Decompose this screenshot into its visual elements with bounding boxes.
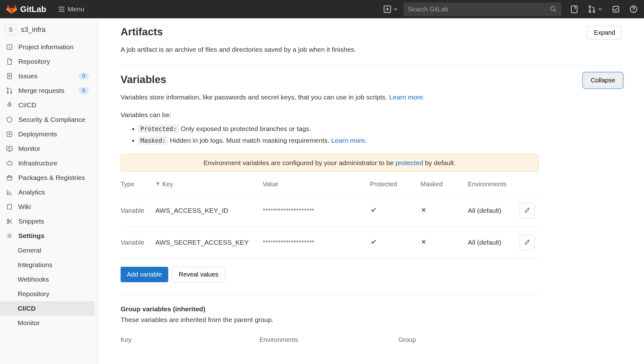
variables-collapse-button[interactable]: Collapse bbox=[584, 74, 622, 87]
protected-chip: Protected: bbox=[138, 125, 179, 133]
col-key[interactable]: Key bbox=[155, 174, 263, 195]
group-col-group[interactable]: Group bbox=[398, 336, 539, 343]
sidebar-item-label: Deployments bbox=[18, 130, 89, 138]
merge-requests-menu[interactable] bbox=[588, 5, 602, 13]
masked-chip: Masked: bbox=[138, 136, 168, 145]
col-key-label: Key bbox=[162, 181, 173, 188]
check-icon bbox=[370, 207, 377, 215]
col-protected[interactable]: Protected bbox=[370, 174, 420, 195]
sidebar: S s3_infra Project information Repositor… bbox=[0, 18, 98, 364]
sidebar-badge: 0 bbox=[79, 87, 89, 94]
edit-variable-button[interactable] bbox=[520, 235, 535, 250]
group-variables-description: These variables are inherited from the p… bbox=[121, 316, 539, 324]
check-icon bbox=[370, 239, 377, 247]
brand-text: GitLab bbox=[20, 4, 46, 14]
sidebar-item-label: Wiki bbox=[18, 203, 89, 211]
sub-item-integrations[interactable]: Integrations bbox=[0, 258, 95, 272]
project-header[interactable]: S s3_infra bbox=[0, 18, 95, 40]
merge-request-side-icon bbox=[6, 87, 13, 94]
sidebar-item-project-information[interactable]: Project information bbox=[0, 40, 95, 54]
sidebar-item-cicd[interactable]: CI/CD bbox=[0, 98, 95, 112]
menu-label: Menu bbox=[68, 5, 84, 13]
sidebar-item-repository[interactable]: Repository bbox=[0, 54, 95, 69]
sub-item-repository[interactable]: Repository bbox=[0, 287, 95, 301]
search-input[interactable] bbox=[403, 3, 561, 16]
settings-submenu: General Integrations Webhooks Repository… bbox=[0, 243, 95, 330]
todos-icon[interactable] bbox=[612, 5, 620, 13]
masked-learn-more-link[interactable]: Learn more. bbox=[331, 137, 367, 144]
svg-point-11 bbox=[7, 92, 8, 93]
x-icon bbox=[420, 207, 427, 214]
sort-asc-icon bbox=[155, 182, 160, 187]
svg-point-5 bbox=[593, 11, 595, 13]
svg-point-12 bbox=[10, 92, 12, 93]
topbar: GitLab Menu bbox=[0, 0, 644, 18]
svg-point-1 bbox=[551, 6, 555, 10]
chevron-down-icon bbox=[598, 7, 602, 11]
book-icon bbox=[6, 203, 13, 211]
sidebar-item-label: Infrastructure bbox=[18, 159, 89, 167]
col-value[interactable]: Value bbox=[263, 174, 370, 195]
svg-rect-2 bbox=[571, 6, 577, 13]
main-content: Artifacts Expand A job artifact is an ar… bbox=[98, 18, 644, 364]
svg-point-13 bbox=[9, 104, 10, 105]
col-environments[interactable]: Environments bbox=[468, 174, 520, 195]
sidebar-item-monitor[interactable]: Monitor bbox=[0, 141, 95, 156]
variables-learn-more-link[interactable]: Learn more. bbox=[389, 93, 425, 101]
sub-item-monitor[interactable]: Monitor bbox=[0, 316, 95, 330]
project-avatar: S bbox=[5, 24, 16, 35]
sidebar-item-label: Packages & Registries bbox=[18, 174, 89, 182]
issues-icon[interactable] bbox=[570, 5, 578, 13]
variables-description: Variables store information, like passwo… bbox=[121, 92, 622, 103]
col-type[interactable]: Type bbox=[121, 174, 155, 195]
create-menu[interactable] bbox=[383, 5, 398, 13]
svg-rect-6 bbox=[613, 6, 619, 12]
svg-rect-16 bbox=[7, 176, 12, 180]
svg-point-3 bbox=[589, 6, 591, 8]
edit-variable-button[interactable] bbox=[520, 203, 535, 218]
plus-square-icon bbox=[383, 5, 391, 13]
artifacts-description: A job artifact is an archive of files an… bbox=[121, 45, 622, 55]
sidebar-item-label: Snippets bbox=[18, 218, 89, 225]
group-col-key[interactable]: Key bbox=[121, 336, 259, 343]
sidebar-item-settings[interactable]: Settings bbox=[0, 229, 95, 243]
chevron-down-icon bbox=[393, 7, 398, 11]
cell-key: AWS_ACCESS_KEY_ID bbox=[155, 195, 263, 227]
cell-environments: All (default) bbox=[468, 227, 520, 259]
sub-item-cicd[interactable]: CI/CD bbox=[0, 301, 95, 316]
add-variable-button[interactable]: Add variable bbox=[121, 267, 168, 282]
variables-title: Variables bbox=[121, 74, 166, 86]
masked-text: Hidden in job logs. Must match masking r… bbox=[168, 137, 331, 144]
merge-request-icon bbox=[588, 5, 596, 13]
group-col-environments[interactable]: Environments bbox=[259, 336, 398, 343]
sidebar-item-packages[interactable]: Packages & Registries bbox=[0, 170, 95, 185]
sidebar-item-deployments[interactable]: Deployments bbox=[0, 127, 95, 141]
sidebar-item-issues[interactable]: Issues 0 bbox=[0, 69, 95, 83]
sidebar-item-wiki[interactable]: Wiki bbox=[0, 200, 95, 214]
help-icon[interactable] bbox=[629, 5, 638, 13]
sub-item-webhooks[interactable]: Webhooks bbox=[0, 272, 95, 287]
sidebar-item-security[interactable]: Security & Compliance bbox=[0, 112, 95, 127]
sidebar-item-analytics[interactable]: Analytics bbox=[0, 185, 95, 200]
deploy-icon bbox=[6, 130, 13, 138]
sidebar-item-label: Security & Compliance bbox=[18, 116, 89, 123]
cell-actions bbox=[520, 195, 539, 227]
col-masked[interactable]: Masked bbox=[420, 174, 468, 195]
reveal-values-button[interactable]: Reveal values bbox=[172, 267, 225, 282]
sub-item-general[interactable]: General bbox=[0, 243, 95, 258]
cell-type: Variable bbox=[121, 195, 155, 227]
info-icon bbox=[6, 43, 13, 51]
sidebar-item-merge-requests[interactable]: Merge requests 0 bbox=[0, 83, 95, 98]
sidebar-item-label: Merge requests bbox=[18, 87, 74, 94]
artifacts-expand-button[interactable]: Expand bbox=[587, 26, 622, 39]
gitlab-logo[interactable]: GitLab bbox=[6, 4, 46, 15]
sidebar-item-infrastructure[interactable]: Infrastructure bbox=[0, 156, 95, 170]
monitor-icon bbox=[6, 145, 13, 152]
menu-button[interactable]: Menu bbox=[58, 5, 84, 13]
alert-protected-link[interactable]: protected bbox=[396, 159, 423, 166]
project-name: s3_infra bbox=[21, 26, 45, 34]
sidebar-item-snippets[interactable]: Snippets bbox=[0, 214, 95, 229]
svg-point-10 bbox=[7, 88, 8, 89]
variables-table: Type Key Value Protected Masked Environm… bbox=[121, 174, 539, 259]
col-actions bbox=[520, 174, 539, 195]
